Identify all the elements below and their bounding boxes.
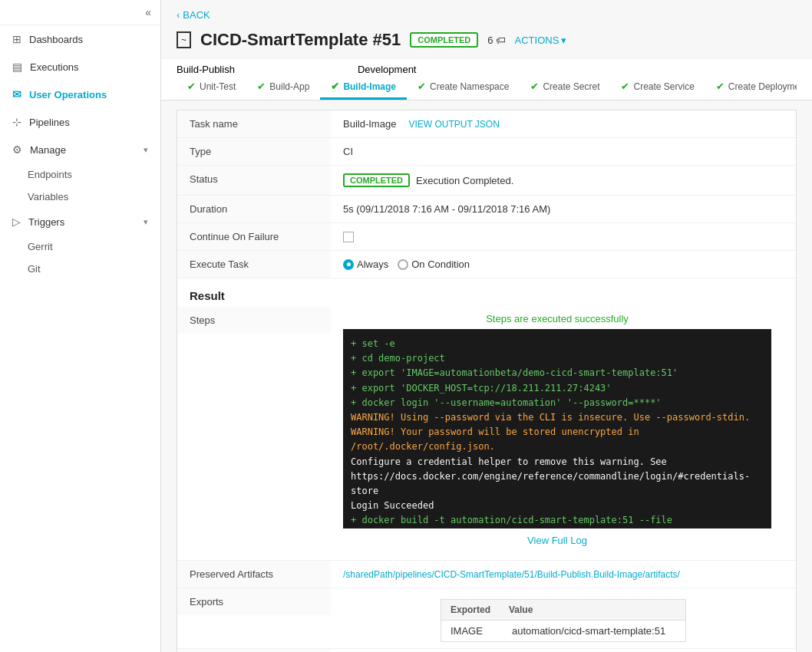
- sidebar-item-endpoints[interactable]: Endpoints: [28, 163, 160, 186]
- sidebar: « ⊞ Dashboards ▤ Executions ✉ User Opera…: [0, 0, 161, 652]
- continue-on-failure-checkbox[interactable]: [343, 232, 354, 242]
- process-label: Process: [177, 649, 331, 652]
- duration-label: Duration: [177, 196, 331, 222]
- actions-button[interactable]: ACTIONS ▾: [515, 35, 567, 46]
- exports-col-exported: Exported: [441, 600, 500, 620]
- console-output: + set -e+ cd demo-project+ export 'IMAGE…: [343, 329, 771, 529]
- tab-build-app[interactable]: ✔ Build-App: [246, 75, 320, 100]
- collapse-icon[interactable]: «: [145, 6, 151, 18]
- preserved-artifacts-label: Preserved Artifacts: [177, 561, 331, 588]
- main-area: ‹ BACK ~ CICD-SmartTemplate #51 COMPLETE…: [161, 0, 812, 652]
- sidebar-section-triggers[interactable]: ▷ Triggers ▾: [0, 208, 160, 235]
- steps-success-text: Steps are executed successfully: [486, 313, 629, 329]
- manage-icon: ⚙: [12, 143, 22, 156]
- sidebar-manage-sub: Endpoints Variables: [0, 163, 160, 208]
- sidebar-item-gerrit[interactable]: Gerrit: [28, 235, 160, 258]
- radio-always[interactable]: Always: [343, 258, 388, 270]
- sidebar-item-dashboards[interactable]: ⊞ Dashboards: [0, 25, 160, 53]
- tab-build-app-label: Build-App: [269, 81, 309, 92]
- page-title: CICD-SmartTemplate #51: [200, 30, 401, 50]
- page-status-badge: COMPLETED: [410, 32, 478, 48]
- executions-icon: ▤: [12, 61, 22, 73]
- tab-group-label-dev: Development: [358, 64, 417, 75]
- back-bar: ‹ BACK: [161, 0, 812, 27]
- status-description: Execution Completed.: [416, 175, 513, 186]
- sidebar-item-pipelines[interactable]: ⊹ Pipelines: [0, 108, 160, 136]
- type-label: Type: [177, 138, 331, 165]
- task-name-row: Task name Build-Image VIEW OUTPUT JSON: [177, 110, 796, 138]
- duration-value: 5s (09/11/2018 7:16 AM - 09/11/2018 7:16…: [331, 196, 796, 222]
- process-row: Process No process results available.: [177, 649, 796, 652]
- back-button[interactable]: ‹ BACK: [177, 9, 797, 21]
- sidebar-item-git[interactable]: Git: [28, 258, 160, 280]
- status-label: Status: [177, 166, 331, 195]
- preserved-artifacts-value: /sharedPath/pipelines/CICD-SmartTemplate…: [331, 561, 796, 588]
- sidebar-label-dashboards: Dashboards: [29, 34, 83, 45]
- page-type-icon: ~: [177, 31, 191, 48]
- radio-condition-label: On Condition: [411, 258, 470, 270]
- sidebar-item-user-operations[interactable]: ✉ User Operations: [0, 81, 160, 108]
- execute-task-radio-group: Always On Condition: [343, 258, 470, 270]
- sidebar-section-manage[interactable]: ⚙ Manage ▾: [0, 136, 160, 163]
- preserved-artifacts-row: Preserved Artifacts /sharedPath/pipeline…: [177, 561, 796, 588]
- tab-create-service-label: Create Service: [633, 81, 694, 92]
- type-value: CI: [331, 138, 796, 165]
- result-section-header: Result: [177, 278, 796, 307]
- dashboards-icon: ⊞: [12, 33, 21, 45]
- tab-group-labels: Build-Publish Development: [177, 59, 797, 75]
- sidebar-label-pipelines: Pipelines: [29, 117, 70, 128]
- main-content: ‹ BACK ~ CICD-SmartTemplate #51 COMPLETE…: [161, 0, 812, 652]
- build-image-check-icon: ✔: [331, 81, 339, 92]
- continue-on-failure-value: [331, 223, 796, 250]
- detail-panel: Task name Build-Image VIEW OUTPUT JSON T…: [177, 110, 797, 652]
- status-value: COMPLETED Execution Completed.: [331, 166, 796, 195]
- actions-chevron-icon: ▾: [561, 35, 566, 46]
- back-chevron-icon: ‹: [177, 9, 180, 21]
- view-full-log-link[interactable]: View Full Log: [515, 532, 599, 554]
- radio-always-label: Always: [357, 258, 388, 270]
- tab-create-secret-label: Create Secret: [543, 81, 599, 92]
- task-name-label: Task name: [177, 110, 331, 137]
- sidebar-label-user-operations: User Operations: [29, 89, 107, 100]
- build-app-check-icon: ✔: [257, 81, 266, 92]
- triggers-icon: ▷: [12, 216, 21, 228]
- sidebar-label-triggers: Triggers: [28, 216, 64, 228]
- radio-always-icon: [343, 259, 354, 270]
- manage-chevron-icon: ▾: [144, 145, 148, 155]
- tabs-row: ✔ Unit-Test ✔ Build-App ✔ Build-Image ✔ …: [177, 75, 797, 100]
- tab-unit-test-label: Unit-Test: [200, 81, 236, 92]
- continue-on-failure-label: Continue On Failure: [177, 223, 331, 250]
- sidebar-item-executions[interactable]: ▤ Executions: [0, 53, 160, 81]
- page-title-bar: ~ CICD-SmartTemplate #51 COMPLETED 6 🏷 A…: [161, 27, 812, 59]
- steps-label: Steps: [177, 307, 331, 334]
- tab-bar: Build-Publish Development ✔ Unit-Test ✔ …: [161, 59, 812, 100]
- exports-row-0: IMAGE automation/cicd-smart-template:51: [441, 621, 685, 641]
- sidebar-item-variables[interactable]: Variables: [28, 186, 160, 208]
- tab-unit-test[interactable]: ✔ Unit-Test: [177, 75, 246, 100]
- exports-label: Exports: [177, 588, 331, 615]
- create-deployment-check-icon: ✔: [716, 81, 725, 92]
- view-json-link[interactable]: VIEW OUTPUT JSON: [408, 119, 499, 130]
- sidebar-label-manage: Manage: [30, 144, 66, 156]
- type-row: Type CI: [177, 138, 796, 166]
- tab-create-deployment[interactable]: ✔ Create Deployment: [705, 75, 797, 100]
- tab-create-service[interactable]: ✔ Create Service: [610, 75, 705, 100]
- status-row: Status COMPLETED Execution Completed.: [177, 166, 796, 196]
- task-name-value: Build-Image VIEW OUTPUT JSON: [331, 110, 796, 137]
- export-key-0: IMAGE: [441, 621, 503, 641]
- exports-row: Exports Exported Value IMAGE automation/…: [177, 588, 796, 649]
- create-secret-check-icon: ✔: [530, 81, 539, 92]
- tab-build-image[interactable]: ✔ Build-Image: [320, 75, 407, 100]
- tab-create-secret[interactable]: ✔ Create Secret: [520, 75, 610, 100]
- pipelines-icon: ⊹: [12, 116, 21, 128]
- artifacts-path[interactable]: /sharedPath/pipelines/CICD-SmartTemplate…: [343, 569, 680, 580]
- tab-create-namespace[interactable]: ✔ Create Namespace: [407, 75, 520, 100]
- continue-on-failure-row: Continue On Failure: [177, 223, 796, 251]
- unit-test-check-icon: ✔: [187, 81, 196, 92]
- exports-col-value: Value: [500, 600, 542, 620]
- exports-value: Exported Value IMAGE automation/cicd-sma…: [331, 588, 796, 648]
- radio-on-condition[interactable]: On Condition: [398, 258, 470, 270]
- tab-create-deployment-label: Create Deployment: [728, 81, 797, 92]
- sidebar-collapse-btn[interactable]: «: [0, 0, 160, 25]
- status-badge: COMPLETED: [343, 173, 410, 187]
